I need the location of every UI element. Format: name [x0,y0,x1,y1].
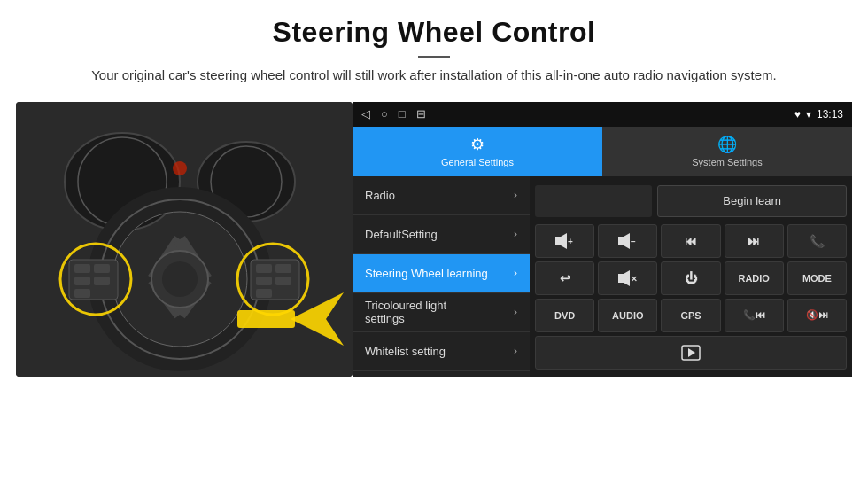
panel-main: Radio › DefaultSetting › Steering Wheel … [353,176,852,377]
chevron-icon: › [514,345,517,357]
svg-marker-31 [555,233,567,249]
back-icon[interactable]: ◁ [361,107,370,121]
control-row-3: DVD AUDIO GPS 📞⏮ 🔇⏭ [535,299,847,332]
svg-point-5 [173,161,187,175]
next-track-button[interactable]: ⏭ [725,224,784,258]
android-panel: ◁ ○ □ ⊟ ♥ ▾ 13:13 ⚙ General Settings [353,102,852,377]
svg-rect-23 [275,264,291,273]
menu-radio-label: Radio [365,189,395,202]
chevron-icon: › [514,228,517,240]
mode-button[interactable]: MODE [787,261,847,295]
mute-next-button[interactable]: 🔇⏭ [787,299,847,332]
audio-button[interactable]: AUDIO [598,299,657,332]
svg-point-14 [162,261,198,297]
wifi-icon: ▾ [806,108,811,121]
menu-icon[interactable]: ⊟ [416,107,426,121]
page-title: Steering Wheel Control [71,16,797,49]
location-icon: ♥ [794,108,801,121]
svg-rect-19 [74,277,90,285]
call-end-button[interactable]: ↩ [535,261,594,295]
subtitle-text: Your original car's steering wheel contr… [71,66,797,86]
right-control-panel: Begin learn + − [530,176,852,377]
vol-down-button[interactable]: − [598,224,657,258]
general-settings-icon: ⚙ [470,135,484,154]
chevron-icon: › [514,267,517,279]
power-button[interactable]: ⏻ [661,261,720,295]
menu-item-tricoloured[interactable]: Tricoloured lightsettings › [353,293,530,332]
left-menu: Radio › DefaultSetting › Steering Wheel … [353,176,530,377]
steering-wheel-image [16,102,353,377]
time-display: 13:13 [817,108,843,121]
status-icons: ◁ ○ □ ⊟ [361,107,426,121]
svg-text:−: − [631,237,636,246]
begin-learn-row: Begin learn [535,182,847,221]
svg-rect-21 [74,289,90,298]
svg-rect-18 [94,264,110,273]
media-button[interactable] [535,336,847,370]
svg-marker-33 [618,233,630,249]
menu-item-default[interactable]: DefaultSetting › [353,215,530,254]
svg-text:✕: ✕ [631,275,638,284]
menu-item-steering[interactable]: Steering Wheel learning › [353,254,530,293]
control-row-1: + − ⏮ ⏭ 📞 [535,224,847,258]
tab-bar: ⚙ General Settings 🌐 System Settings [353,127,852,176]
control-row-2: ↩ ✕ ⏻ RADIO MODE [535,261,847,295]
svg-rect-20 [94,277,110,285]
recents-icon[interactable]: □ [399,107,406,121]
page-wrapper: Steering Wheel Control Your original car… [0,0,868,483]
title-divider [418,56,450,58]
tab-system-label: System Settings [692,157,762,167]
svg-rect-17 [74,264,90,273]
svg-rect-22 [256,264,272,273]
menu-default-label: DefaultSetting [365,228,438,241]
call-prev-button[interactable]: 📞⏮ [725,299,784,332]
radio-button[interactable]: RADIO [725,261,784,295]
menu-item-radio[interactable]: Radio › [353,176,530,215]
content-area: ◁ ○ □ ⊟ ♥ ▾ 13:13 ⚙ General Settings [0,95,868,484]
prev-track-button[interactable]: ⏮ [661,224,720,258]
chevron-icon: › [514,189,517,201]
chevron-icon: › [514,306,517,318]
gps-button[interactable]: GPS [661,299,720,332]
tab-system[interactable]: 🌐 System Settings [602,127,852,176]
vol-up-button[interactable]: + [535,224,594,258]
home-icon[interactable]: ○ [381,107,388,121]
begin-learn-button[interactable]: Begin learn [657,185,847,217]
tab-general-label: General Settings [441,157,514,167]
last-row [535,336,847,370]
svg-marker-38 [688,348,695,357]
svg-rect-26 [256,289,272,298]
call-button[interactable]: 📞 [787,224,847,258]
svg-rect-24 [256,277,272,285]
dvd-button[interactable]: DVD [535,299,594,332]
svg-text:+: + [568,237,573,246]
system-settings-icon: 🌐 [717,135,737,154]
menu-steering-label: Steering Wheel learning [365,267,488,280]
menu-tricoloured-label: Tricoloured lightsettings [365,299,446,325]
mute-button[interactable]: ✕ [598,261,657,295]
menu-whitelist-label: Whitelist setting [365,345,446,358]
tab-general[interactable]: ⚙ General Settings [353,127,602,176]
svg-rect-25 [275,277,291,285]
header-section: Steering Wheel Control Your original car… [0,0,868,95]
svg-marker-35 [618,270,630,286]
empty-cell [535,185,652,217]
menu-item-whitelist[interactable]: Whitelist setting › [353,332,530,371]
status-right: ♥ ▾ 13:13 [794,108,843,121]
svg-rect-30 [237,310,295,328]
status-bar: ◁ ○ □ ⊟ ♥ ▾ 13:13 [353,102,852,127]
